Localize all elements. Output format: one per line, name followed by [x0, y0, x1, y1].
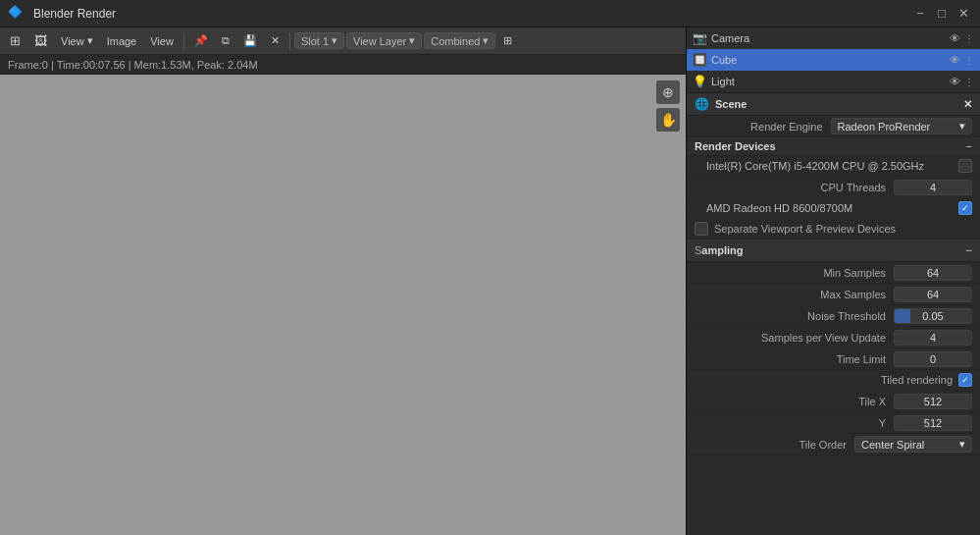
render-status-text: Frame:0 | Time:00:07.56 | Mem:1.53M, Pea…: [8, 59, 258, 71]
render-engine-dropdown[interactable]: Radeon ProRender ▾: [831, 118, 973, 134]
max-samples-row: Max Samples 64: [687, 284, 980, 305]
toolbar-image-icon-btn[interactable]: 🖼: [28, 30, 53, 52]
time-limit-label: Time Limit: [695, 353, 894, 365]
tile-y-value[interactable]: 512: [894, 415, 972, 431]
toolbar-hdri-btn[interactable]: ⊞: [497, 30, 518, 52]
sampling-prefix: S: [695, 244, 701, 256]
x-icon: ✕: [271, 34, 280, 47]
slot-dropdown[interactable]: Slot 1 ▾: [294, 32, 344, 49]
render-engine-label: Render Engine: [695, 121, 831, 133]
noise-threshold-row: Noise Threshold 0.05: [687, 305, 980, 327]
zoom-icon-btn[interactable]: ⊕: [656, 80, 680, 104]
min-samples-label: Min Samples: [695, 267, 894, 279]
amd-checkbox[interactable]: [958, 201, 972, 215]
time-limit-value[interactable]: 0: [894, 351, 972, 367]
render-devices-header[interactable]: Render Devices −: [687, 137, 980, 156]
camera-item-label: Camera: [711, 32, 946, 44]
render-engine-row: Render Engine Radeon ProRender ▾: [687, 116, 980, 137]
minimize-button[interactable]: −: [911, 5, 929, 23]
menu-icon-cube: ⋮: [964, 55, 974, 66]
scene-item-cube[interactable]: 🔲 Cube 👁 ⋮: [687, 49, 980, 71]
toolbar-view-icon-btn[interactable]: ⊞: [4, 30, 26, 52]
tile-order-row: Tile Order Center Spiral ▾: [687, 434, 980, 455]
toolbar-image-btn[interactable]: Image: [101, 30, 143, 52]
scene-section-collapse: ✕: [963, 98, 972, 111]
chevron-down-icon5: ▾: [959, 120, 965, 133]
scene-list: 📷 Camera 👁 ⋮ 🔲 Cube 👁 ⋮ 💡 Light 👁 ⋮: [687, 27, 980, 93]
separate-viewport-row: Separate Viewport & Preview Devices: [687, 219, 980, 240]
hdri-icon: ⊞: [503, 34, 512, 47]
chevron-down-icon6: ▾: [959, 438, 965, 451]
toolbar-save-btn[interactable]: 💾: [237, 30, 263, 52]
tiled-rendering-label: Tiled rendering: [881, 374, 953, 386]
toolbar-close-btn[interactable]: ✕: [265, 30, 285, 52]
menu-icon-light: ⋮: [964, 77, 974, 87]
left-panel: ⊞ 🖼 View ▾ Image View 📌 ⧉ 💾: [0, 27, 687, 535]
cube-item-label: Cube: [711, 54, 946, 66]
tile-y-row: Y 512: [687, 412, 980, 434]
sampling-header[interactable]: S ampling −: [687, 240, 980, 262]
tile-order-value: Center Spiral: [861, 439, 924, 451]
blender-logo: 🔷: [8, 5, 26, 23]
eye-icon-light: 👁: [950, 76, 960, 87]
max-samples-label: Max Samples: [695, 289, 894, 300]
cpu-checkbox[interactable]: [958, 159, 972, 173]
device-row-cpu: Intel(R) Core(TM) i5-4200M CPU @ 2.50GHz: [687, 156, 980, 177]
chevron-down-icon: ▾: [87, 34, 93, 47]
render-devices-label: Render Devices: [695, 140, 776, 152]
menu-icon-camera: ⋮: [964, 33, 974, 44]
window-controls: − □ ✕: [911, 5, 972, 23]
render-engine-value: Radeon ProRender: [838, 121, 931, 133]
grid-icon: ⊞: [10, 33, 21, 48]
tile-y-label: Y: [695, 417, 894, 429]
chevron-down-icon2: ▾: [332, 34, 337, 47]
cpu-device-name: Intel(R) Core(TM) i5-4200M CPU @ 2.50GHz: [706, 160, 958, 172]
max-samples-value[interactable]: 64: [894, 287, 972, 302]
title-bar: 🔷 Blender Render − □ ✕: [0, 0, 980, 27]
render-viewport: ⊕ ✋: [0, 75, 686, 535]
chevron-down-icon4: ▾: [483, 34, 489, 47]
toolbar-view-btn[interactable]: View ▾: [55, 30, 99, 52]
min-samples-value[interactable]: 64: [894, 265, 972, 281]
toolbar-view2-btn[interactable]: View: [144, 30, 180, 52]
samples-per-view-value[interactable]: 4: [894, 330, 972, 346]
separate-viewport-label: Separate Viewport & Preview Devices: [714, 223, 896, 235]
view-layer-dropdown[interactable]: View Layer ▾: [346, 32, 422, 49]
scene-section-header[interactable]: 🌐 Scene ✕: [687, 93, 980, 116]
render-devices-collapse-icon: −: [966, 140, 972, 152]
light-item-label: Light: [711, 76, 946, 87]
tile-x-value[interactable]: 512: [894, 394, 972, 409]
amd-device-name: AMD Radeon HD 8600/8700M: [706, 202, 958, 214]
slot-label: Slot 1: [301, 35, 329, 47]
chevron-down-icon3: ▾: [409, 34, 415, 47]
device-row-amd: AMD Radeon HD 8600/8700M: [687, 198, 980, 219]
maximize-button[interactable]: □: [933, 5, 951, 23]
noise-threshold-value[interactable]: 0.05: [894, 308, 972, 324]
scene-item-light[interactable]: 💡 Light 👁 ⋮: [687, 71, 980, 92]
tiled-rendering-row: Tiled rendering: [687, 370, 980, 391]
sampling-collapse-icon: −: [965, 243, 972, 257]
toolbar-copy-btn[interactable]: ⧉: [216, 30, 235, 52]
toolbar-pin-btn[interactable]: 📌: [188, 30, 214, 52]
cpu-threads-row: CPU Threads 4: [687, 177, 980, 198]
scene-item-camera[interactable]: 📷 Camera 👁 ⋮: [687, 27, 980, 49]
scene-section-label: Scene: [715, 98, 963, 110]
combined-dropdown[interactable]: Combined ▾: [424, 32, 495, 49]
tile-x-label: Tile X: [695, 396, 894, 407]
hand-icon-btn[interactable]: ✋: [656, 108, 680, 132]
tile-order-label: Tile Order: [695, 439, 854, 451]
right-panel: 📷 Camera 👁 ⋮ 🔲 Cube 👁 ⋮ 💡 Light 👁 ⋮: [687, 27, 980, 535]
cpu-threads-label: CPU Threads: [706, 182, 894, 193]
close-button[interactable]: ✕: [954, 5, 972, 23]
toolbar-view2-label: View: [150, 35, 174, 47]
tiled-rendering-checkbox[interactable]: [958, 373, 972, 387]
tile-order-dropdown[interactable]: Center Spiral ▾: [854, 436, 972, 453]
copy-icon: ⧉: [222, 34, 230, 47]
cpu-threads-value[interactable]: 4: [894, 180, 972, 195]
separate-viewport-checkbox[interactable]: [695, 222, 708, 236]
eye-icon-camera: 👁: [950, 32, 960, 44]
combined-label: Combined: [431, 35, 480, 47]
time-limit-row: Time Limit 0: [687, 348, 980, 370]
toolbar-separator: [183, 32, 184, 50]
image-icon: 🖼: [34, 33, 47, 48]
